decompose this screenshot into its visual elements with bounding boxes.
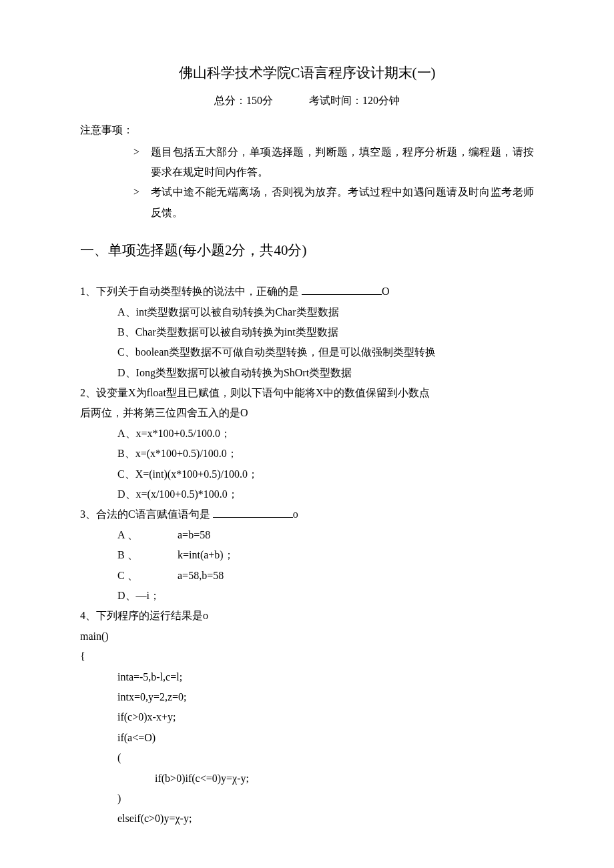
- option-d: D、x=(x/100+0.5)*100.0；: [117, 484, 534, 504]
- options: A 、a=b=58 B 、k=int(a+b)； C 、a=58,b=58 D、…: [80, 525, 534, 606]
- option-a: A、int类型数据可以被自动转换为Char类型数据: [117, 302, 534, 322]
- question-stem: 3、合法的C语言赋值语句是 o: [80, 504, 534, 524]
- option-value: a=b=58: [178, 529, 210, 540]
- option-a: A 、a=b=58: [117, 525, 534, 545]
- code-line: ): [80, 789, 534, 809]
- stem-text: 3、合法的C语言赋值语句是: [80, 508, 213, 520]
- total-score: 总分：150分: [214, 95, 273, 106]
- question-stem-cont: 后两位，并将第三位四舍五入的是O: [80, 403, 534, 423]
- stem-suffix: o: [293, 508, 298, 520]
- code-line: if(b>0)if(c<=0)y=χ-y;: [80, 769, 534, 789]
- question-stem: 4、下列程序的运行结果是o: [80, 606, 534, 626]
- notice-item: 考试中途不能无端离场，否则视为放弃。考试过程中如遇问题请及时向监考老师反馈。: [133, 182, 534, 223]
- option-d: D、Iong类型数据可以被自动转换为ShOrt类型数据: [117, 363, 534, 383]
- code-block: main() { inta=-5,b-l,c=l; intx=0,y=2,z=0…: [80, 626, 534, 829]
- question-stem: 1、下列关于自动类型转换的说法中，正确的是 O: [80, 282, 534, 302]
- option-value: k=int(a+b)；: [178, 549, 234, 560]
- exam-time: 考试时间：120分钟: [309, 95, 400, 106]
- code-line: inta=-5,b-l,c=l;: [80, 667, 534, 687]
- stem-text: 1、下列关于自动类型转换的说法中，正确的是: [80, 286, 302, 297]
- option-a: A、x=x*100+0.5/100.0；: [117, 424, 534, 444]
- code-line: if(c>0)x-x+y;: [80, 707, 534, 727]
- code-line: intx=0,y=2,z=0;: [80, 687, 534, 707]
- options: A、x=x*100+0.5/100.0； B、x=(x*100+0.5)/100…: [80, 424, 534, 505]
- question-stem: 2、设变量X为float型且已赋值，则以下语句中能将X中的数值保留到小数点: [80, 383, 534, 403]
- code-line: main(): [80, 626, 534, 646]
- stem-suffix: O: [382, 286, 390, 297]
- option-b: B、Char类型数据可以被自动转换为int类型数据: [117, 322, 534, 342]
- option-c: C、boolean类型数据不可做自动类型转换，但是可以做强制类型转换: [117, 342, 534, 362]
- notice-list: 题目包括五大部分，单项选择题，判断题，填空题，程序分析题，编程题，请按要求在规定…: [80, 142, 534, 224]
- option-b: B 、k=int(a+b)；: [117, 545, 534, 565]
- code-line: elseif(c>0)y=χ-y;: [80, 809, 534, 829]
- code-line: (: [80, 748, 534, 768]
- options: A、int类型数据可以被自动转换为Char类型数据 B、Char类型数据可以被自…: [80, 302, 534, 384]
- option-c: C、X=(int)(x*100+0.5)/100.0；: [117, 464, 534, 484]
- subtitle: 总分：150分 考试时间：120分钟: [80, 91, 534, 111]
- question-2: 2、设变量X为float型且已赋值，则以下语句中能将X中的数值保留到小数点 后两…: [80, 383, 534, 504]
- section-heading: 一、单项选择题(每小题2分，共40分): [80, 238, 534, 264]
- option-label: B 、: [117, 545, 178, 565]
- option-label: C 、: [117, 566, 178, 586]
- question-4: 4、下列程序的运行结果是o main() { inta=-5,b-l,c=l; …: [80, 606, 534, 829]
- option-c: C 、a=58,b=58: [117, 566, 534, 586]
- page-title: 佛山科学技术学院C语言程序设计期末(一): [80, 60, 534, 87]
- option-value: a=58,b=58: [178, 570, 224, 581]
- blank: [302, 284, 382, 295]
- code-line: if(a<=O): [80, 728, 534, 748]
- option-b: B、x=(x*100+0.5)/100.0；: [117, 444, 534, 464]
- notice-item: 题目包括五大部分，单项选择题，判断题，填空题，程序分析题，编程题，请按要求在规定…: [133, 142, 534, 183]
- option-d: D、—i；: [117, 586, 534, 606]
- question-3: 3、合法的C语言赋值语句是 o A 、a=b=58 B 、k=int(a+b)；…: [80, 504, 534, 606]
- option-label: A 、: [117, 525, 178, 545]
- blank: [213, 506, 293, 518]
- question-1: 1、下列关于自动类型转换的说法中，正确的是 O A、int类型数据可以被自动转换…: [80, 282, 534, 383]
- code-line: {: [80, 646, 534, 667]
- notice-label: 注意事项：: [80, 120, 534, 140]
